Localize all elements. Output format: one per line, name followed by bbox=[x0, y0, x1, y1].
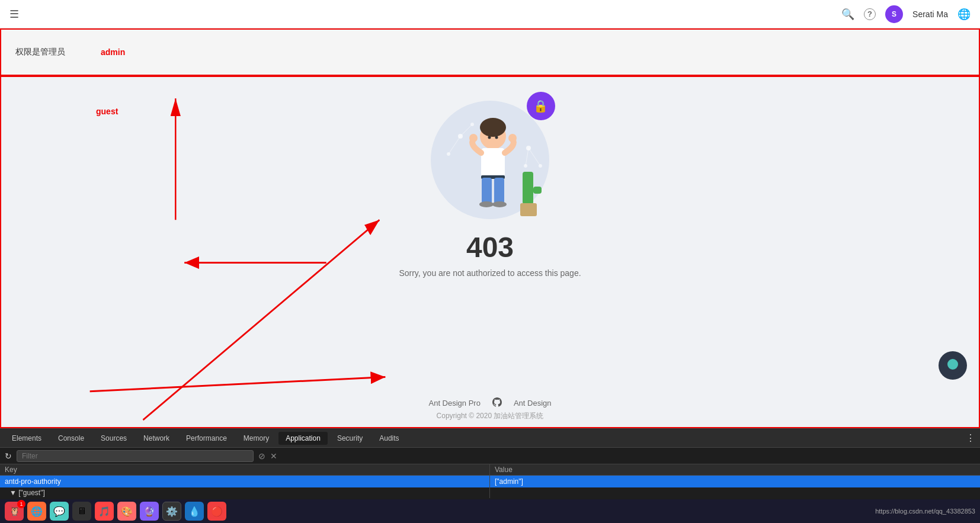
taskbar-app-2[interactable]: 🌐 bbox=[27, 502, 46, 521]
admin-banner-label: 权限是管理员 bbox=[15, 47, 65, 57]
search-icon[interactable]: 🔍 bbox=[841, 8, 854, 21]
svg-point-26 bbox=[479, 201, 494, 207]
col-key-header: Key bbox=[0, 464, 490, 475]
selected-row-value: ["admin"] bbox=[490, 476, 980, 487]
svg-line-14 bbox=[529, 148, 540, 166]
footer-copyright: Copyright © 2020 加油站管理系统 bbox=[1, 411, 979, 421]
svg-line-10 bbox=[460, 124, 472, 136]
devtools-tab-audits[interactable]: Audits bbox=[372, 432, 406, 445]
sub-row-value bbox=[490, 487, 980, 498]
taskbar-app-4[interactable]: 🖥 bbox=[72, 502, 91, 521]
svg-rect-25 bbox=[494, 178, 504, 204]
menu-icon[interactable]: ☰ bbox=[9, 8, 19, 21]
refresh-icon[interactable]: ↻ bbox=[5, 451, 12, 461]
svg-point-18 bbox=[488, 136, 491, 139]
float-button[interactable] bbox=[939, 351, 967, 380]
taskbar-app-9[interactable]: 💧 bbox=[185, 502, 204, 521]
devtools-table-header: Key Value bbox=[0, 464, 980, 476]
admin-badge: admin bbox=[101, 47, 125, 57]
svg-line-4 bbox=[90, 377, 386, 392]
taskbar-app-3[interactable]: 💬 bbox=[50, 502, 69, 521]
float-button-icon bbox=[943, 356, 962, 375]
devtools-tab-elements[interactable]: Elements bbox=[5, 432, 49, 445]
filter-cancel-icon[interactable]: ⊘ bbox=[258, 451, 265, 461]
devtools-tab-application[interactable]: Application bbox=[278, 432, 328, 445]
lock-icon: 🔒 bbox=[527, 92, 555, 120]
devtools-tab-performance[interactable]: Performance bbox=[179, 432, 234, 445]
admin-banner: 权限是管理员 admin bbox=[0, 28, 980, 76]
error-illustration: 🔒 bbox=[399, 101, 581, 290]
svg-line-15 bbox=[526, 148, 529, 166]
devtools-tabs: Elements Console Sources Network Perform… bbox=[0, 429, 980, 448]
col-value-header: Value bbox=[490, 464, 980, 475]
error-code: 403 bbox=[466, 231, 514, 264]
taskbar: 🦉 1 🌐 💬 🖥 🎵 🎨 🔮 ⚙️ 💧 🔴 https://blog.csdn… bbox=[0, 499, 980, 523]
svg-line-3 bbox=[143, 220, 379, 420]
error-message: Sorry, you are not authorized to access … bbox=[399, 268, 581, 278]
svg-rect-24 bbox=[482, 178, 492, 204]
svg-rect-30 bbox=[533, 187, 542, 194]
taskbar-app-5[interactable]: 🎵 bbox=[95, 502, 114, 521]
globe-icon[interactable]: 🌐 bbox=[957, 8, 971, 21]
devtools-tab-memory[interactable]: Memory bbox=[236, 432, 276, 445]
devtools-tab-sources[interactable]: Sources bbox=[94, 432, 134, 445]
devtools-table: Key Value antd-pro-authority ["admin"] ▼… bbox=[0, 464, 980, 498]
filter-clear-icon[interactable]: ✕ bbox=[270, 451, 277, 461]
avatar[interactable]: S bbox=[885, 5, 903, 23]
devtools-toolbar: ↻ ⊘ ✕ bbox=[0, 448, 980, 464]
taskbar-apps: 🦉 1 🌐 💬 🖥 🎵 🎨 🔮 ⚙️ 💧 🔴 bbox=[5, 502, 226, 521]
username: Serati Ma bbox=[912, 9, 948, 19]
selected-row-key: antd-pro-authority bbox=[0, 476, 490, 487]
github-icon bbox=[492, 397, 502, 407]
svg-line-9 bbox=[449, 136, 460, 154]
filter-icons: ⊘ ✕ bbox=[258, 451, 277, 461]
taskbar-app-8[interactable]: ⚙️ bbox=[162, 502, 181, 521]
devtools-selected-row[interactable]: antd-pro-authority ["admin"] bbox=[0, 476, 980, 487]
taskbar-app-6[interactable]: 🎨 bbox=[117, 502, 136, 521]
taskbar-url: https://blog.csdn.net/qq_43382853 bbox=[875, 508, 975, 515]
page-wrapper: ☰ 🔍 ? S Serati Ma 🌐 权限是管理员 admin guest bbox=[0, 0, 980, 523]
taskbar-app-10[interactable]: 🔴 bbox=[207, 502, 226, 521]
svg-point-33 bbox=[947, 359, 958, 370]
main-content: guest bbox=[0, 76, 980, 428]
footer: Ant Design Pro Ant Design Copyright © 20… bbox=[1, 397, 979, 421]
taskbar-app-1[interactable]: 🦉 1 bbox=[5, 502, 24, 521]
footer-antdesign-link[interactable]: Ant Design bbox=[514, 399, 552, 408]
person-illustration bbox=[431, 101, 549, 219]
devtools-tab-console[interactable]: Console bbox=[51, 432, 91, 445]
devtools-tab-security[interactable]: Security bbox=[330, 432, 370, 445]
svg-rect-28 bbox=[523, 172, 533, 204]
taskbar-app-7[interactable]: 🔮 bbox=[140, 502, 159, 521]
svg-point-22 bbox=[508, 134, 517, 142]
nav-right: 🔍 ? S Serati Ma 🌐 bbox=[841, 5, 971, 23]
filter-input[interactable] bbox=[17, 450, 254, 462]
devtools-tab-network[interactable]: Network bbox=[136, 432, 177, 445]
nav-left: ☰ bbox=[9, 8, 19, 21]
devtools-more-icon[interactable]: ⋮ bbox=[966, 432, 975, 444]
svg-rect-20 bbox=[481, 148, 505, 178]
footer-links: Ant Design Pro Ant Design bbox=[1, 397, 979, 409]
svg-rect-31 bbox=[520, 203, 537, 216]
svg-point-17 bbox=[480, 118, 506, 137]
top-nav: ☰ 🔍 ? S Serati Ma 🌐 bbox=[0, 0, 980, 28]
svg-point-21 bbox=[469, 134, 478, 142]
sub-row-key: ▼ ["guest"] bbox=[0, 487, 490, 498]
content-area: 权限是管理员 admin guest bbox=[0, 28, 980, 499]
devtools-panel: Elements Console Sources Network Perform… bbox=[0, 428, 980, 499]
svg-point-27 bbox=[492, 201, 507, 207]
svg-point-19 bbox=[495, 136, 498, 139]
footer-brand: Ant Design Pro bbox=[428, 399, 480, 408]
help-icon[interactable]: ? bbox=[864, 8, 876, 20]
devtools-sub-row: ▼ ["guest"] bbox=[0, 487, 980, 498]
guest-label: guest bbox=[96, 107, 118, 116]
